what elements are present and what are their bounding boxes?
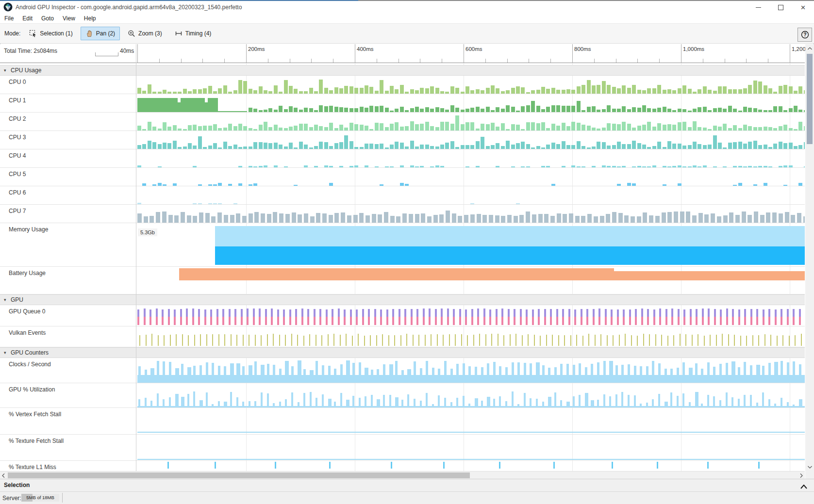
track-row--vertex-fetch-stall[interactable]: % Vertex Fetch Stall (0, 408, 805, 435)
waveform-bar (339, 125, 343, 130)
scroll-down-arrow[interactable] (805, 463, 814, 471)
waveform-bar (420, 401, 422, 407)
waveform-bar (372, 214, 376, 223)
section-header-gpu-counters[interactable]: ▾ GPU Counters (0, 347, 805, 358)
waveform-bar (158, 166, 162, 167)
waveform-bar (322, 365, 324, 383)
track-row-vulkan-events[interactable]: Vulkan Events (0, 326, 805, 347)
track-row-gpu-queue-0[interactable]: GPU Queue 0 (0, 305, 805, 326)
menu-item-file[interactable]: File (0, 14, 18, 23)
ruler-tick-label: 1,000ms (683, 46, 704, 52)
track-label: % Vertex Fetch Stall (9, 411, 61, 418)
waveform-bar (168, 317, 170, 325)
horizontal-scrollbar-thumb[interactable] (8, 472, 470, 478)
vertical-scrollbar-thumb[interactable] (807, 54, 813, 144)
track-row-cpu-4[interactable]: CPU 4 (0, 149, 805, 168)
waveform-bar (188, 143, 192, 149)
waveform-bar (779, 213, 783, 223)
waveform-bar (405, 184, 409, 186)
waveform-bar (430, 109, 434, 112)
mode-button-pan[interactable]: Pan (2) (81, 27, 120, 40)
waveform-bar (238, 124, 242, 130)
waveform-bar (238, 147, 242, 149)
waveform-bar (591, 364, 593, 383)
mode-button-selection[interactable]: Selection (1) (24, 27, 77, 40)
mode-button-timing[interactable]: Timing (4) (170, 27, 216, 40)
waveform-bar (742, 211, 746, 223)
track-row-cpu-0[interactable]: CPU 0 (0, 76, 805, 94)
chevron-down-icon[interactable]: ▾ (4, 68, 6, 73)
menu-item-help[interactable]: Help (80, 14, 100, 23)
track-row-battery-usage[interactable]: Battery Usage (0, 267, 805, 294)
scroll-left-arrow[interactable] (0, 472, 7, 479)
waveform-bar (622, 144, 626, 149)
waveform-bar (368, 317, 370, 325)
waveform-bar (581, 85, 585, 94)
section-header-gpu[interactable]: ▾ GPU (0, 294, 805, 305)
track-row-cpu-3[interactable]: CPU 3 (0, 131, 805, 149)
waveform-bar (400, 107, 404, 112)
waveform-bar (516, 86, 520, 94)
track-row--texture-l1-miss[interactable]: % Texture L1 Miss (0, 461, 805, 471)
waveform-bar (354, 147, 358, 149)
waveform-bar (435, 317, 437, 325)
track-row-cpu-1[interactable]: CPU 1 (0, 94, 805, 113)
track-row-cpu-7[interactable]: CPU 7 (0, 205, 805, 223)
waveform-bar (218, 183, 222, 186)
collapse-chevron-icon[interactable] (800, 482, 807, 491)
waveform-bar (575, 216, 580, 223)
scroll-up-arrow[interactable] (805, 44, 814, 52)
waveform-bar (750, 395, 752, 407)
chevron-down-icon[interactable]: ▾ (4, 350, 6, 355)
mode-button-label: Pan (2) (96, 30, 115, 37)
close-button[interactable]: × (792, 1, 814, 14)
waveform-bar (789, 108, 793, 112)
menu-item-view[interactable]: View (58, 14, 80, 23)
scroll-right-arrow[interactable] (798, 472, 805, 479)
waveform-bar (662, 212, 666, 223)
waveform-bar (465, 122, 469, 130)
vertical-scrollbar[interactable] (805, 44, 814, 471)
track-row-cpu-5[interactable]: CPU 5 (0, 168, 805, 186)
waveform-bar (789, 336, 790, 346)
section-header-cpu-usage[interactable]: ▾ CPU Usage (0, 65, 805, 76)
waveform-bar (430, 126, 434, 130)
waveform-bar (652, 361, 654, 383)
status-bar: Server: 5MB of 18MB (0, 492, 814, 504)
track-row-clocks-second[interactable]: Clocks / Second (0, 358, 805, 383)
waveform-bar (242, 402, 244, 407)
menu-item-goto[interactable]: Goto (37, 14, 58, 23)
waveform-bar (212, 363, 214, 383)
menu-item-edit[interactable]: Edit (18, 14, 37, 23)
help-button[interactable]: ? (797, 28, 812, 42)
waveform-bar (291, 334, 292, 346)
waveform-bar (339, 142, 343, 149)
mode-button-zoom[interactable]: Zoom (3) (123, 27, 167, 40)
waveform-bar (726, 309, 728, 317)
waveform-bar (186, 317, 188, 325)
waveform-bar (779, 126, 782, 130)
chevron-down-icon[interactable]: ▾ (4, 297, 6, 302)
waveform-bar (326, 317, 328, 325)
track-row-cpu-2[interactable]: CPU 2 (0, 113, 805, 131)
ruler-minor-tick (420, 59, 420, 63)
time-ruler[interactable]: Total Time: 2s084ms 40ms 200ms400ms600ms… (0, 44, 805, 63)
track-row-gpu-utilization[interactable]: GPU % Utilization (0, 383, 805, 408)
track-row-cpu-6[interactable]: CPU 6 (0, 186, 805, 205)
timeline-tracks[interactable]: ▾ CPU UsageCPU 0CPU 1CPU 2CPU 3CPU 4CPU … (0, 63, 805, 471)
waveform-bar (743, 125, 747, 130)
track-row-memory-usage[interactable]: Memory Usage5.3Gb (0, 223, 805, 267)
horizontal-scrollbar[interactable] (0, 471, 805, 479)
minimize-button[interactable] (748, 1, 769, 14)
waveform-bar (360, 125, 364, 130)
maximize-button[interactable] (770, 1, 792, 14)
waveform-bar (274, 85, 278, 94)
waveform-bar (689, 402, 691, 407)
waveform-bar (632, 128, 636, 130)
waveform-bar (512, 362, 514, 383)
waveform-bar (213, 203, 217, 204)
selection-panel-header[interactable]: Selection (0, 479, 814, 492)
track-row--texture-fetch-stall[interactable]: % Texture Fetch Stall (0, 435, 805, 461)
waveform-bar (783, 185, 787, 186)
waveform-bar (453, 309, 455, 317)
